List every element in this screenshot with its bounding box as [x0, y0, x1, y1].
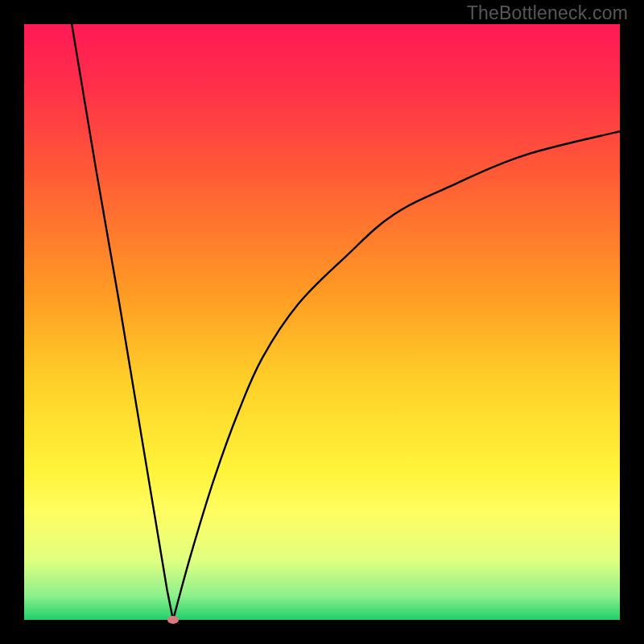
- watermark-text: TheBottleneck.com: [467, 2, 628, 24]
- curve-path: [72, 24, 620, 620]
- plot-area: [24, 24, 620, 620]
- chart-frame: TheBottleneck.com: [0, 0, 644, 644]
- bottleneck-curve: [24, 24, 620, 620]
- minimum-marker-icon: [167, 616, 179, 624]
